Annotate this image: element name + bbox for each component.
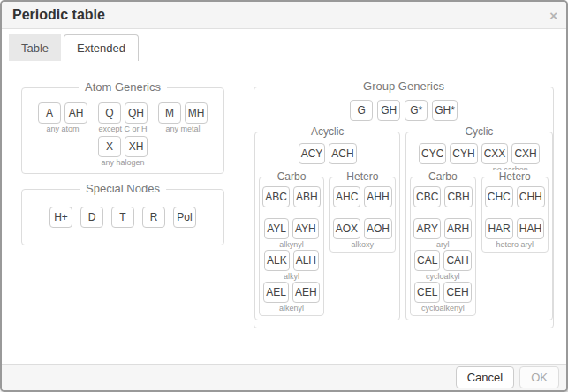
- generic-button-cel[interactable]: CEL: [414, 282, 440, 303]
- dialog-title: Periodic table: [12, 7, 105, 23]
- generic-button-h-plus[interactable]: H+: [49, 207, 72, 228]
- button-group: ALKALHalkyl: [262, 250, 320, 282]
- generic-button-qh[interactable]: QH: [125, 102, 148, 124]
- generic-button-ahc[interactable]: AHC: [333, 186, 360, 207]
- section-atom-generics: Atom Generics AAHany atomQQHexcept C or …: [21, 87, 224, 174]
- special-nodes-body: H+DTRPol: [29, 207, 216, 228]
- generic-button-arh[interactable]: ARH: [444, 218, 472, 239]
- generic-button-acy[interactable]: ACY: [299, 143, 326, 164]
- group-caption: any halogen: [101, 158, 144, 168]
- close-icon[interactable]: ×: [549, 9, 557, 22]
- generic-button-xh[interactable]: XH: [125, 136, 148, 157]
- button-row: HARHAH: [485, 218, 544, 239]
- button-group: MMHany metal: [158, 102, 208, 134]
- button-row: MMH: [158, 102, 208, 124]
- generic-button-cxx[interactable]: CXX: [481, 143, 509, 164]
- button-row: QQH: [98, 102, 148, 124]
- button-group: ARYARHaryl: [413, 218, 473, 250]
- button-row: AYLAYH: [264, 218, 319, 239]
- cyclic-columns: CarboCBCCBHARYARHarylCALCAHcycloalkylCEL…: [410, 177, 549, 316]
- group-caption: except C or H: [98, 124, 147, 134]
- generic-button-har[interactable]: HAR: [485, 218, 512, 239]
- button-row: ABCABH: [262, 186, 320, 207]
- generic-button-a[interactable]: A: [38, 102, 61, 124]
- button-row: CHCCHH: [485, 186, 545, 207]
- generic-button-cah[interactable]: CAH: [443, 250, 471, 271]
- cancel-button[interactable]: Cancel: [456, 366, 514, 388]
- special-nodes-legend: Special Nodes: [80, 182, 166, 195]
- button-row: AELAEH: [263, 282, 319, 303]
- generic-button-cbc[interactable]: CBC: [413, 186, 441, 207]
- dialog-content: Atom Generics AAHany atomQQHexcept C or …: [2, 61, 566, 364]
- tab-table[interactable]: Table: [9, 34, 61, 61]
- button-row: XXH: [98, 136, 148, 157]
- button-group: AAHany atom: [38, 102, 87, 134]
- group-caption: cycloalkenyl: [421, 304, 465, 313]
- generic-button-hah[interactable]: HAH: [517, 218, 544, 239]
- generic-button-ael[interactable]: AEL: [263, 282, 289, 303]
- generic-button-chc[interactable]: CHC: [485, 186, 513, 207]
- generic-button-m[interactable]: M: [158, 102, 181, 124]
- group-caption: any atom: [46, 124, 79, 134]
- button-group: CELCEHcycloalkenyl: [413, 282, 473, 313]
- atom-generics-row: AAHany atomQQHexcept C or HMMHany metal: [29, 102, 216, 134]
- generic-button-aeh[interactable]: AEH: [292, 282, 320, 303]
- generic-button-g[interactable]: G: [350, 100, 373, 121]
- periodic-table-dialog: Periodic table × TableExtended Atom Gene…: [0, 0, 568, 392]
- tab-extended[interactable]: Extended: [64, 34, 139, 61]
- generic-button-abh[interactable]: ABH: [293, 186, 321, 207]
- section-legend: Acyclic: [305, 125, 350, 138]
- button-row: CALCAH: [414, 250, 472, 271]
- section-legend: Hetero: [493, 170, 537, 183]
- generic-button-ary[interactable]: ARY: [413, 218, 440, 239]
- generic-button-aox[interactable]: AOX: [333, 218, 360, 239]
- generic-button-q[interactable]: Q: [98, 102, 121, 124]
- generic-button-ach[interactable]: ACH: [329, 143, 356, 164]
- generic-button-x[interactable]: X: [98, 136, 121, 157]
- generic-button-cal[interactable]: CAL: [414, 250, 440, 271]
- group-caption: any metal: [165, 124, 200, 134]
- section-acyclic: AcyclicACYACHCarboABCABHAYLAYHalkynylALK…: [254, 132, 400, 320]
- button-row: CELCEH: [414, 282, 472, 303]
- generic-button-g-star[interactable]: G*: [405, 100, 428, 121]
- generic-button-gh[interactable]: GH: [377, 100, 400, 121]
- generic-button-ah[interactable]: AH: [64, 102, 87, 124]
- generic-button-r[interactable]: R: [142, 207, 165, 228]
- atom-generics-body: AAHany atomQQHexcept C or HMMHany metalX…: [29, 102, 216, 168]
- button-row: CBCCBH: [413, 186, 473, 207]
- button-group: QQHexcept C or H: [98, 102, 148, 134]
- generic-button-cyc[interactable]: CYC: [419, 143, 446, 164]
- group-caption: alkenyl: [279, 304, 304, 313]
- button-row: AOXAOH: [333, 218, 392, 239]
- generic-button-abc[interactable]: ABC: [262, 186, 290, 207]
- generic-button-t[interactable]: T: [111, 207, 134, 228]
- generic-button-cyh[interactable]: CYH: [450, 143, 477, 164]
- ok-button[interactable]: OK: [519, 366, 559, 388]
- button-group: AELAEHalkenyl: [262, 282, 320, 313]
- generic-button-cbh[interactable]: CBH: [444, 186, 472, 207]
- generic-button-chh[interactable]: CHH: [517, 186, 545, 207]
- group-caption: alkynyl: [279, 240, 304, 250]
- generic-button-d[interactable]: D: [80, 207, 103, 228]
- generic-button-mh[interactable]: MH: [185, 102, 208, 124]
- group-caption: alkoxy: [352, 240, 375, 250]
- section-legend: Carbo: [422, 170, 464, 183]
- generic-button-ceh[interactable]: CEH: [443, 282, 471, 303]
- generic-button-pol[interactable]: Pol: [173, 207, 196, 228]
- button-row: CXXCXH: [481, 143, 540, 164]
- button-group: HARHAHhetero aryl: [485, 218, 545, 250]
- generic-button-aoh[interactable]: AOH: [364, 218, 392, 239]
- acyclic-columns: CarboABCABHAYLAYHalkynylALKALHalkylAELAE…: [259, 177, 396, 316]
- section-special-nodes: Special Nodes H+DTRPol: [21, 189, 224, 245]
- generic-button-gh-star[interactable]: GH*: [432, 100, 458, 121]
- generic-button-alh[interactable]: ALH: [293, 250, 319, 271]
- button-row: AAH: [38, 102, 87, 124]
- generic-button-ayh[interactable]: AYH: [292, 218, 319, 239]
- generic-button-ahh[interactable]: AHH: [364, 186, 391, 207]
- button-group: ABCABH: [262, 186, 320, 218]
- group-caption: cycloalkyl: [426, 272, 460, 282]
- generic-button-cxh[interactable]: CXH: [511, 143, 539, 164]
- generic-button-alk[interactable]: ALK: [264, 250, 290, 271]
- generic-button-ayl[interactable]: AYL: [264, 218, 289, 239]
- dialog-footer: Cancel OK: [2, 364, 566, 390]
